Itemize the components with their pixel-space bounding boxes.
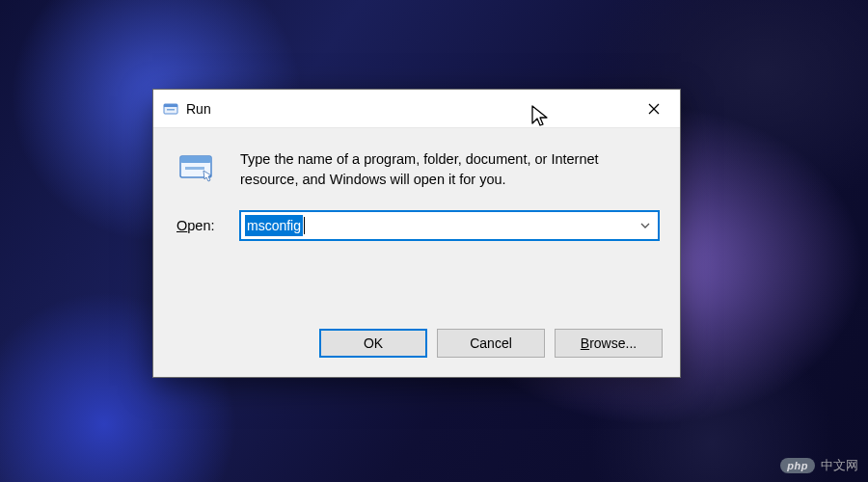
svg-rect-2: [167, 109, 175, 111]
combobox-dropdown-button[interactable]: [633, 212, 658, 239]
button-row: OK Cancel Browse...: [153, 323, 680, 377]
close-icon: [648, 103, 660, 115]
chevron-down-icon: [640, 223, 650, 228]
cancel-button[interactable]: Cancel: [437, 329, 545, 358]
open-label: Open:: [176, 218, 231, 233]
instruction-text: Type the name of a program, folder, docu…: [240, 147, 659, 190]
browse-button[interactable]: Browse...: [555, 329, 663, 358]
ok-button[interactable]: OK: [319, 329, 427, 358]
titlebar-title: Run: [186, 101, 630, 117]
watermark: php 中文网: [780, 457, 858, 474]
titlebar: Run: [153, 90, 680, 128]
dialog-content: Type the name of a program, folder, docu…: [153, 128, 680, 255]
close-button[interactable]: [630, 91, 678, 127]
watermark-text: 中文网: [821, 457, 858, 474]
run-dialog: Run Type the name of a program, folder, …: [152, 89, 681, 378]
open-combobox[interactable]: msconfig: [240, 211, 659, 240]
run-icon: [176, 147, 215, 186]
svg-rect-6: [180, 156, 211, 163]
svg-rect-7: [185, 167, 204, 170]
svg-rect-1: [164, 104, 177, 107]
watermark-badge: php: [780, 458, 815, 473]
open-input[interactable]: [241, 212, 633, 239]
run-dialog-titlebar-icon: [163, 101, 178, 117]
